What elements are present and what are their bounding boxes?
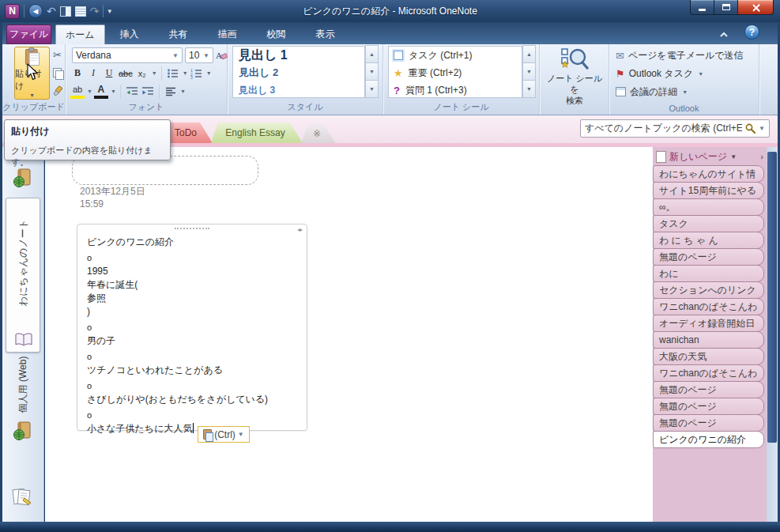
paste-options-icon — [203, 429, 212, 440]
note-container[interactable]: ◂▸ ピンクのワニの紹介 o 1995 年春に誕生( 参照 ) o 男の子 o … — [77, 224, 307, 431]
page-item[interactable]: 無題のページ — [653, 414, 764, 432]
svg-text:3: 3 — [190, 75, 193, 79]
note-text-block[interactable]: ピンクのワニの紹介 o 1995 年春に誕生( 参照 ) o 男の子 o ツチノ… — [87, 236, 268, 436]
paste-options-button[interactable]: (Ctrl) ▼ — [198, 426, 250, 443]
numbered-dropdown[interactable]: ▼ — [206, 70, 212, 76]
bold-button[interactable]: B — [70, 66, 85, 81]
page-item[interactable]: 無題のページ — [653, 398, 764, 415]
new-section-tab[interactable]: ※ — [301, 124, 336, 143]
search-scope-dropdown[interactable]: ▼ — [759, 125, 765, 132]
scrollbar-thumb[interactable] — [767, 152, 777, 443]
page-item[interactable]: wanichan — [653, 331, 764, 349]
tab-draw[interactable]: 描画 — [203, 25, 252, 44]
outlook-task-dropdown[interactable]: ▼ — [698, 71, 703, 77]
page-item[interactable]: 大阪の天気 — [653, 348, 764, 365]
note-resize-handle[interactable]: ◂▸ — [297, 226, 302, 233]
unfiled-notes-icon[interactable] — [12, 487, 32, 506]
page-item[interactable]: タスク — [653, 215, 764, 232]
page-item[interactable]: わにちゃんのサイト情 — [653, 165, 764, 183]
help-icon[interactable]: ? — [744, 25, 759, 40]
font-color-button[interactable]: A — [94, 84, 108, 99]
new-page-button[interactable]: 新しいページ — [669, 150, 727, 164]
tab-share[interactable]: 共有 — [154, 25, 203, 44]
clear-formatting-button[interactable]: A — [214, 47, 228, 62]
subscript-button[interactable]: x₂ — [135, 66, 149, 81]
page-item[interactable]: わに — [653, 265, 764, 282]
page-item[interactable]: セクションへのリンク — [653, 281, 764, 299]
paste-options-dropdown[interactable]: ▼ — [238, 431, 244, 438]
italic-button[interactable]: I — [86, 66, 100, 81]
title-bar: N ◄ ↶ ↷ ▾ ピンクのワニの紹介 - Microsoft OneNote — [0, 0, 780, 22]
meeting-details-dropdown[interactable]: ▼ — [682, 89, 688, 95]
flag-icon: ⚑ — [616, 68, 625, 80]
cut-button[interactable]: ✂ — [50, 47, 65, 62]
increase-indent-button[interactable] — [141, 84, 155, 99]
underline-button[interactable]: U — [102, 66, 116, 81]
align-dropdown[interactable]: ▼ — [180, 89, 186, 94]
find-tags-button[interactable]: ノート シールを 検索 — [546, 46, 603, 109]
bullet-dropdown[interactable]: ▼ — [183, 70, 188, 76]
tab-review[interactable]: 校閲 — [252, 25, 301, 44]
style-heading3[interactable]: 見出し 3 — [233, 81, 364, 99]
align-button[interactable] — [164, 84, 178, 99]
style-heading2[interactable]: 見出し 2 — [233, 64, 364, 81]
tags-gallery-more[interactable]: ▼ — [522, 80, 536, 98]
close-button[interactable] — [737, 0, 774, 15]
page-item[interactable]: 無題のページ — [653, 248, 764, 266]
notebook-item-wanichan[interactable]: わにちゃんのノート — [6, 198, 40, 353]
page-canvas[interactable]: 2013年12月5日 15:59 ◂▸ ピンクのワニの紹介 o 1995 年春に… — [45, 147, 653, 522]
tags-scroll-down[interactable]: ▼ — [522, 62, 536, 81]
page-item[interactable]: 無題のページ — [653, 381, 764, 398]
tag-question[interactable]: ? 質問 1 (Ctrl+3) — [389, 81, 522, 99]
page-item[interactable]: サイト15周年前にやる — [653, 182, 764, 199]
tooltip-title: 貼り付け — [11, 125, 164, 138]
page-item[interactable]: わ に ち ゃ ん — [653, 232, 764, 249]
outlook-task-button[interactable]: ⚑ Outlook タスク ▼ — [616, 66, 703, 81]
highlight-dropdown[interactable]: ▼ — [87, 89, 92, 94]
tags-scroll-up[interactable]: ▲ — [522, 45, 536, 63]
minimize-button[interactable] — [690, 0, 714, 15]
page-item[interactable]: ワニchanのぱそこんわ — [653, 298, 764, 315]
email-page-button[interactable]: ✉ ページを電子メールで送信 — [616, 47, 744, 63]
ribbon-tab-row: ファイル ホーム 挿入 共有 描画 校閲 表示 ? — [0, 22, 780, 44]
maximize-button[interactable] — [714, 0, 737, 15]
font-size-combo[interactable]: 10▼ — [185, 47, 213, 63]
vertical-scrollbar[interactable] — [767, 147, 778, 522]
section-tab-english-essay[interactable]: English Essay — [211, 123, 303, 143]
bullet-list-button[interactable] — [166, 66, 180, 81]
highlight-button[interactable]: ab — [70, 84, 85, 99]
styles-scroll-down[interactable]: ▼ — [365, 62, 379, 81]
tab-insert[interactable]: 挿入 — [105, 25, 154, 44]
format-painter-button[interactable] — [50, 84, 65, 99]
tag-important[interactable]: ★ 重要 (Ctrl+2) — [389, 64, 522, 81]
style-heading1[interactable]: 見出し 1 — [233, 47, 364, 64]
subscript-dropdown[interactable]: ▼ — [152, 70, 157, 76]
page-item[interactable]: ∞。 — [653, 198, 764, 216]
font-color-dropdown[interactable]: ▼ — [111, 89, 116, 94]
styles-gallery-more[interactable]: ▼ — [365, 80, 379, 98]
notebook-web-icon[interactable] — [13, 168, 33, 188]
search-input[interactable]: すべてのノートブックの検索 (Ctrl+E) ▼ — [580, 119, 770, 138]
notebook-personal-web-icon[interactable] — [13, 421, 33, 441]
minimize-ribbon-icon[interactable] — [718, 28, 729, 38]
paste-dropdown-arrow[interactable]: ▾ — [30, 92, 33, 99]
tab-home[interactable]: ホーム — [55, 25, 105, 44]
numbered-list-button[interactable]: 123 — [190, 66, 204, 81]
tag-task[interactable]: タスク (Ctrl+1) — [389, 47, 522, 64]
decrease-indent-button[interactable] — [125, 84, 139, 99]
note-drag-handle[interactable] — [175, 228, 209, 230]
collapse-page-list-icon[interactable]: › — [760, 152, 763, 161]
new-page-dropdown[interactable]: ▼ — [730, 153, 737, 160]
tab-view[interactable]: 表示 — [301, 25, 350, 44]
page-item[interactable]: オーディオ録音開始日 — [653, 315, 764, 332]
copy-button[interactable] — [50, 66, 65, 81]
page-item[interactable]: ワニchanのぱそこんわ — [653, 364, 764, 382]
font-family-combo[interactable]: Verdana▼ — [72, 47, 183, 63]
meeting-details-button[interactable]: 会議の詳細 ▼ — [616, 84, 688, 100]
styles-scroll-up[interactable]: ▲ — [365, 45, 379, 63]
tab-file[interactable]: ファイル — [6, 25, 51, 44]
notebook-personal-label[interactable]: 個人用 (Web) — [17, 344, 30, 426]
strikethrough-button[interactable]: abc — [118, 66, 134, 81]
page-item-selected[interactable]: ピンクのワニの紹介 — [653, 431, 764, 448]
meeting-details-icon — [616, 87, 626, 96]
